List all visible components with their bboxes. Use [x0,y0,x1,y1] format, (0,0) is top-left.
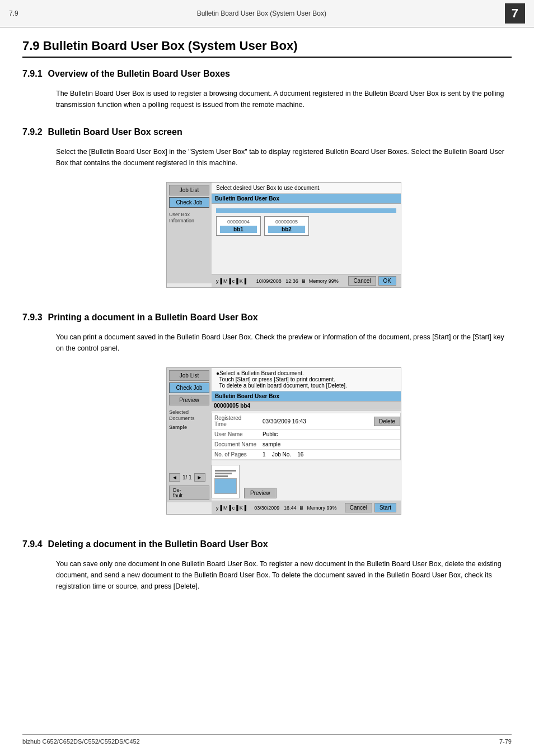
page-nav: ◄ 1/ 1 ► [169,473,209,482]
subsection-791: 7.9.1 Overview of the Bulletin Board Use… [22,69,512,110]
cancel-btn-2[interactable]: Cancel [345,503,372,512]
default-btn[interactable]: De-fault [169,486,209,500]
footer-buttons-2: Cancel Start [345,503,396,512]
mockup-792-footer: y▐ M▐ c▐ K▐ 10/09/2008 12:36 🖥 Mem [212,274,401,287]
header-section-ref: 7.9 [9,10,18,17]
mockup-792-sidebar: Job List Check Job User BoxInformation [167,183,212,283]
job-list-btn-2[interactable]: Job List [169,370,209,381]
empty-space-1 [216,236,396,269]
footer-ctrl-m: M▐ [223,278,231,284]
page-indicator: 1/ 1 [182,474,192,480]
subsection-792-title: Bulletin Board User Box screen [48,127,182,137]
doc-image-preview [214,478,237,494]
footer-ctrl-k: K▐ [240,278,246,284]
subsection-792-body: Select the [Bulletin Board User Box] in … [56,146,512,169]
box-grid: 00000004 bb1 00000005 bb2 [216,216,396,236]
selected-docs-label: Selected Documents [169,409,209,422]
preview-action-btn[interactable]: Preview [244,488,277,498]
detail-table: RegisteredTime 03/30/2009 16:43 Delete U… [212,413,401,460]
mockup-793: Job List Check Job Preview Selected Docu… [166,367,401,515]
mockup-793-instruction: ●Select a Bulletin Board document. Touch… [212,368,401,391]
delete-btn[interactable]: Delete [374,417,400,426]
job-list-btn-1[interactable]: Job List [169,185,209,195]
footer-datetime-1: 10/09/2008 12:36 🖥 Memory 99% [256,278,339,284]
job-no-label: Job No. [272,451,291,458]
mockup-792-tab[interactable]: Bulletin Board User Box [212,194,401,204]
subsection-791-body: The Bulletin Board User Box is used to r… [56,88,512,110]
selected-box-header: 00000005 bb4 [212,402,401,410]
mockup-792: Job List Check Job User BoxInformation S… [166,182,401,288]
footer-controls-2: y▐ M▐ c▐ K▐ [216,505,246,511]
detail-label-1: RegisteredTime [212,415,263,427]
thumb-lines [215,469,236,478]
main-content: 7.9 Bulletin Board User Box (System User… [0,27,534,631]
footer-time-1: 12:36 [285,278,298,284]
header-title: Bulletin Board User Box (System User Box… [197,10,326,17]
footer-ctrl-k2: K▐ [240,505,246,511]
thumb-line-2 [215,473,232,474]
check-job-btn-2[interactable]: Check Job [169,382,209,393]
subsection-792-number: 7.9.2 [22,127,43,137]
subsection-793: 7.9.3 Printing a document in a Bulletin … [22,312,512,522]
mockup-793-sidebar: Job List Check Job Preview Selected Docu… [167,368,212,502]
detail-row-3: Document Name sample [212,440,400,450]
page-count: 1 [263,451,266,458]
box-id-1: 00000004 [220,219,257,225]
mockup-793-main: ●Select a Bulletin Board document. Touch… [212,368,401,514]
subsection-793-body: You can print a document saved in the Bu… [56,332,512,354]
subsection-793-title: Printing a document in a Bulletin Board … [48,312,258,323]
footer-datetime-2: 03/30/2009 16:44 🖥 Memory 99% [254,505,336,511]
mockup-793-tab[interactable]: Bulletin Board User Box [212,391,401,402]
footer-memory-pct-2: 99% [326,505,336,511]
check-job-btn-1[interactable]: Check Job [169,197,209,208]
detail-row-2: User Name Public [212,430,400,440]
instr-line1: ●Select a Bulletin Board document. [216,370,396,376]
detail-label-4: No. of Pages [212,451,263,458]
detail-row-4: No. of Pages 1 Job No. 16 [212,450,400,460]
preview-btn-sidebar[interactable]: Preview [169,395,209,405]
page-next-btn[interactable]: ► [194,473,205,482]
start-btn[interactable]: Start [374,503,396,512]
preview-area: Preview [212,463,401,501]
mockup-793-wrapper: Job List Check Job Preview Selected Docu… [56,360,512,522]
thumb-line-1 [215,470,236,472]
footer-ctrl-m2: M▐ [223,505,231,511]
footer-memory-1: Memory [309,278,327,284]
footer-ctrl-c2: c▐ [232,505,238,511]
detail-row-1: RegisteredTime 03/30/2009 16:43 Delete [212,413,400,430]
page-footer: bizhub C652/C652DS/C552/C552DS/C452 7-79 [22,734,512,745]
registered-time: 03/30/2009 16:43 [263,418,306,424]
footer-controls-1: y▐ M▐ c▐ K▐ [216,278,246,284]
mockup-793-footer: y▐ M▐ c▐ K▐ 03/30/2009 16:44 🖥 Mem [212,501,401,514]
subsection-791-number: 7.9.1 [22,69,43,79]
subsection-794-title: Deleting a document in the Bulletin Boar… [48,539,268,549]
mockup-792-content: 00000004 bb1 00000005 bb2 [212,204,401,274]
sidebar-spacer [169,432,209,469]
box-item-2[interactable]: 00000005 bb2 [264,216,309,236]
footer-date-1: 10/09/2008 [256,278,282,284]
instr-line2: Touch [Start] or press [Start] to print … [216,376,396,382]
footer-ctrl-c: c▐ [232,278,238,284]
footer-memory-pct-1: 99% [329,278,339,284]
page-header: 7.9 Bulletin Board User Box (System User… [0,0,534,27]
footer-time-2: 16:44 [284,505,297,511]
content-bar [216,208,396,213]
doc-thumbnail [212,465,240,498]
job-no-value: 16 [297,451,303,458]
box-name-2: bb2 [268,226,305,233]
cancel-btn-1[interactable]: Cancel [348,276,376,286]
subsection-792: 7.9.2 Bulletin Board User Box screen Sel… [22,127,512,296]
ok-btn-1[interactable]: OK [378,276,396,286]
detail-value-2: Public [263,431,400,437]
subsection-794: 7.9.4 Deleting a document in the Bulleti… [22,539,512,592]
sidebar-label-1: User BoxInformation [169,212,209,224]
section-main-title: 7.9 Bulletin Board User Box (System User… [22,39,512,58]
detail-value-4: 1 Job No. 16 [263,451,400,458]
page-prev-btn[interactable]: ◄ [169,473,180,482]
box-item-1[interactable]: 00000004 bb1 [216,216,261,236]
subsection-791-title: Overview of the Bulletin Board User Boxe… [48,69,230,79]
footer-memory-2: Memory [307,505,325,511]
subsection-793-number: 7.9.3 [22,312,43,323]
footer-buttons-1: Cancel OK [348,276,396,286]
chapter-number: 7 [505,3,525,24]
